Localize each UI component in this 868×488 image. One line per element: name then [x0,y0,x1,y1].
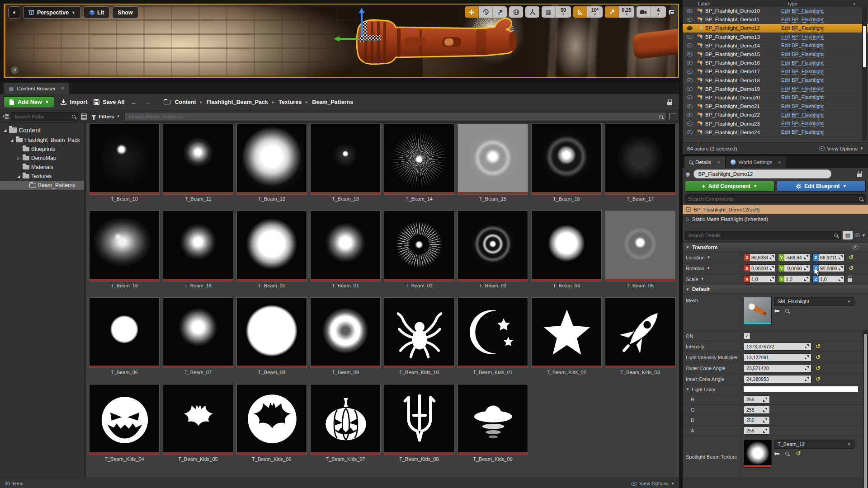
expander-icon[interactable]: ▷ [16,156,21,160]
visibility-eye-icon[interactable] [684,43,694,47]
scale-tool-button[interactable] [493,6,507,18]
add-new-button[interactable]: Add New▼ [4,96,54,108]
back-button[interactable]: ← [131,98,137,106]
edit-blueprint-link[interactable]: Edit BP_Flashlight [781,112,824,118]
component-staticmesh-row[interactable]: ⌂ Static Mesh Flashlight (Inherited) [683,214,868,224]
close-icon[interactable]: ✕ [717,160,720,165]
asset-tile-T_Beam_08[interactable]: T_Beam_08 [236,297,307,375]
asset-tile-T_Beam_Kids_07[interactable]: T_Beam_Kids_07 [310,384,381,462]
property-matrix-button[interactable]: ▦ [843,231,853,239]
asset-tile-T_Beam_Kids_04[interactable]: T_Beam_Kids_04 [89,384,160,462]
outliner-row-BP_Flashlight_Demo21[interactable]: BP_Flashlight_Demo21 Edit BP_Flashlight [683,102,868,111]
asset-tile-T_Beam_Kids_10[interactable]: T_Beam_Kids_10 [384,297,454,375]
content-browser-view-options[interactable]: View Options▼ [631,481,675,486]
asset-tile-T_Beam_16[interactable]: T_Beam_16 [531,124,602,202]
search-assets-input[interactable] [124,112,666,121]
reset-icon[interactable]: ↺ [796,451,801,456]
light-color-swatch[interactable] [744,386,858,392]
camera-speed-button[interactable] [637,6,651,18]
scale-y[interactable]: Y1,0 [778,275,810,283]
outliner-row-BP_Flashlight_Demo20[interactable]: BP_Flashlight_Demo20 Edit BP_Flashlight [683,94,868,102]
asset-tile-T_Beam_01[interactable]: T_Beam_01 [310,211,381,288]
asset-tile-T_Beam_18[interactable]: T_Beam_18 [89,211,160,288]
asset-tile-T_Beam_15[interactable]: T_Beam_15 [458,124,528,202]
asset-tile-T_Beam_Kids_05[interactable]: T_Beam_Kids_05 [163,384,233,462]
breadcrumb-Beam_Patterns[interactable]: Beam_Patterns [312,99,353,105]
edit-blueprint-link[interactable]: Edit BP_Flashlight [781,103,824,109]
asset-tile-T_Beam_20[interactable]: T_Beam_20 [236,211,307,288]
outliner-scroll-thumb[interactable] [863,26,866,67]
reset-icon[interactable]: ↺ [816,344,821,349]
world-local-toggle[interactable] [509,6,523,18]
inner-cone-angle-field[interactable]: 24,380953 [744,375,811,383]
sort-icon[interactable]: ▼ [853,2,856,6]
rotation-y[interactable]: Y-0,0000 [778,264,810,272]
sources-panel-toggle-icon[interactable] [3,114,9,119]
column-label[interactable]: Label [698,1,710,6]
transform-gizmo[interactable] [333,7,387,54]
outliner-row-BP_Flashlight_Demo24[interactable]: BP_Flashlight_Demo24 Edit BP_Flashlight [683,128,868,137]
outliner-row-BP_Flashlight_Demo18[interactable]: BP_Flashlight_Demo18 Edit BP_Flashlight [683,76,868,85]
section-transform[interactable]: ▼Transform [683,243,868,252]
browse-to-asset-icon[interactable]: ⬅ [774,451,780,456]
tree-item-Content[interactable]: ◢ Content [0,125,84,136]
visibility-eye-icon[interactable] [684,61,694,65]
expander-icon[interactable]: ◢ [3,128,7,132]
column-type[interactable]: Type [787,1,853,6]
edit-blueprint-link[interactable]: Edit BP_Flashlight [781,129,824,135]
component-self-row[interactable]: BP_Flashlight_Demo12(self) [683,205,868,214]
visibility-eye-icon[interactable] [684,9,694,13]
show-flags-button[interactable]: Show [112,6,138,19]
expander-icon[interactable]: ◢ [16,174,21,178]
location-y[interactable]: Y-588,84 [778,253,810,261]
mesh-thumbnail[interactable] [744,297,772,325]
outliner-row-BP_Flashlight_Demo12[interactable]: BP_Flashlight_Demo12 Edit BP_Flashlight [683,24,868,33]
grid-snap-button[interactable]: ▦ [542,6,556,18]
asset-tile-T_Beam_Kids_08[interactable]: T_Beam_Kids_08 [384,384,454,462]
visibility-eye-icon[interactable] [684,26,694,30]
outliner-row-BP_Flashlight_Demo13[interactable]: BP_Flashlight_Demo13 Edit BP_Flashlight [683,33,868,42]
color-g-field[interactable]: 255 [744,406,770,414]
edit-blueprint-link[interactable]: Edit BP_Flashlight [781,86,824,92]
mesh-dropdown[interactable]: SM_Flashlight▼ [774,297,854,306]
scale-snap-button[interactable] [605,6,619,18]
edit-blueprint-button[interactable]: Edit Blueprint▼ [777,181,866,192]
asset-view[interactable]: T_Beam_10 T_Beam_11 T_Beam_12 T_Beam_13 … [86,123,679,478]
search-paths-input[interactable] [11,112,79,121]
asset-tile-T_Beam_19[interactable]: T_Beam_19 [163,211,233,288]
visibility-eye-icon[interactable] [684,70,694,74]
visibility-eye-icon[interactable] [684,35,694,39]
visibility-eye-icon[interactable] [684,52,694,56]
rotation-snap-value[interactable]: 10°▼ [587,6,603,18]
view-type-icon[interactable] [81,113,87,120]
scale-x[interactable]: X1,0 [744,275,776,283]
reset-rotation-button[interactable]: ↺ [849,266,854,271]
tree-item-DemoMap[interactable]: ▷ DemoMap [0,154,84,163]
breadcrumb-Flashlight_Beam_Pack[interactable]: Flashlight_Beam_Pack [207,99,268,105]
edit-blueprint-link[interactable]: Edit BP_Flashlight [781,121,824,127]
visibility-eye-icon[interactable] [684,104,694,108]
reset-icon[interactable]: ↺ [816,366,821,371]
edit-blueprint-link[interactable]: Edit BP_Flashlight [781,25,824,31]
search-assets-field[interactable] [128,114,656,119]
tree-item-Blueprints[interactable]: Blueprints [0,145,84,154]
asset-tile-T_Beam_Kids_06[interactable]: T_Beam_Kids_06 [236,384,307,462]
visibility-eye-icon[interactable] [684,130,694,134]
surface-snap-button[interactable] [525,6,539,18]
rotate-tool-button[interactable] [479,6,493,18]
scale-snap-value[interactable]: 0,25▼ [619,6,634,18]
translate-tool-button[interactable] [465,6,479,18]
tree-item-Beam_Patterns[interactable]: Beam_Patterns [0,181,84,190]
outliner-row-BP_Flashlight_Demo14[interactable]: BP_Flashlight_Demo14 Edit BP_Flashlight [683,42,868,50]
reset-location-button[interactable]: ↺ [849,255,854,260]
find-asset-icon[interactable] [785,309,789,313]
search-paths-field[interactable] [14,114,72,119]
rotation-snap-button[interactable] [573,6,587,18]
filters-button[interactable]: Filters▼ [90,114,122,119]
details-scroll-thumb[interactable] [864,334,867,488]
on-checkbox[interactable]: ✓ [744,333,750,339]
import-button[interactable]: Import [61,99,87,105]
edit-blueprint-link[interactable]: Edit BP_Flashlight [781,60,824,66]
search-components-field[interactable] [688,196,859,202]
tab-details[interactable]: Details✕ [684,156,725,168]
